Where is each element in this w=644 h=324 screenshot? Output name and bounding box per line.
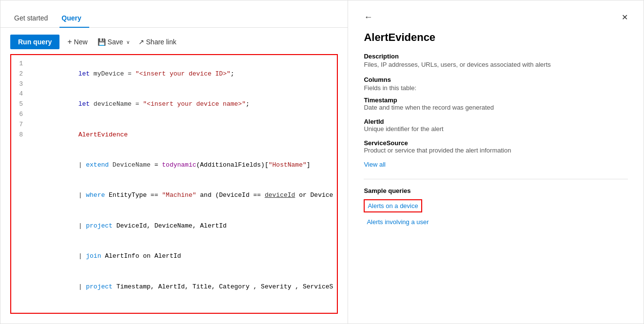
plus-icon: +: [67, 38, 72, 46]
sample-query-alerts-on-device[interactable]: Alerts on a device: [364, 199, 422, 212]
share-label: Share link: [146, 38, 176, 46]
view-all-link[interactable]: View all: [364, 161, 386, 168]
right-panel: ← ✕ AlertEvidence Description Files, IP …: [348, 0, 644, 324]
new-label: New: [74, 38, 88, 46]
column-timestamp-desc: Date and time when the record was genera…: [364, 104, 628, 111]
code-line-1: let myDevice = "<insert your device ID>"…: [33, 59, 333, 89]
column-servicesource-desc: Product or service that provided the ale…: [364, 147, 628, 154]
save-icon: 💾: [98, 38, 106, 46]
code-line-5: | where EntityType == "Machine" and (Dev…: [33, 181, 333, 211]
panel-title: AlertEvidence: [364, 31, 628, 44]
columns-label: Columns: [364, 76, 628, 83]
code-line-4: | extend DeviceName = todynamic(Addition…: [33, 150, 333, 180]
divider: [364, 179, 628, 179]
save-button[interactable]: 💾 Save: [96, 36, 125, 48]
panel-nav: ← ✕: [364, 12, 628, 22]
code-line-8: | project Timestamp, AlertId, Title, Cat…: [33, 272, 333, 302]
sample-queries-label: Sample queries: [364, 187, 628, 194]
column-timestamp-name: Timestamp: [364, 96, 628, 104]
tab-get-started[interactable]: Get started: [12, 10, 56, 28]
code-editor[interactable]: let myDevice = "<insert your device ID>"…: [29, 59, 337, 309]
column-servicesource-name: ServiceSource: [364, 139, 628, 147]
column-alertid-desc: Unique identifier for the alert: [364, 125, 628, 133]
column-alertid-name: AlertId: [364, 118, 628, 125]
new-button[interactable]: + New: [63, 36, 91, 48]
code-line-6: | project DeviceId, DeviceName, AlertId: [33, 211, 333, 241]
save-label: Save: [108, 38, 123, 46]
code-area[interactable]: 1 2 3 4 5 6 7 8 let myDevice = "<insert …: [10, 54, 338, 314]
share-link-button[interactable]: ↗ Share link: [135, 36, 180, 48]
share-icon: ↗: [138, 38, 144, 46]
save-dropdown-chevron[interactable]: ∨: [125, 38, 131, 47]
code-line-2: let deviceName = "<insert your device na…: [33, 89, 333, 119]
line-numbers: 1 2 3 4 5 6 7 8: [11, 59, 29, 309]
description-text: Files, IP addresses, URLs, users, or dev…: [364, 61, 628, 68]
close-button[interactable]: ✕: [622, 13, 628, 22]
column-servicesource: ServiceSource Product or service that pr…: [364, 139, 628, 154]
tab-query[interactable]: Query: [59, 10, 89, 28]
save-button-group: 💾 Save ∨: [96, 36, 131, 48]
column-alertid: AlertId Unique identifier for the alert: [364, 118, 628, 133]
run-query-button[interactable]: Run query: [10, 35, 59, 49]
left-panel: Get started Query Run query + New 💾 Save…: [0, 0, 348, 324]
back-button[interactable]: ←: [364, 12, 372, 22]
code-line-7: | join AlertInfo on AlertId: [33, 241, 333, 271]
code-content: 1 2 3 4 5 6 7 8 let myDevice = "<insert …: [11, 55, 337, 313]
columns-intro: Fields in this table:: [364, 84, 628, 92]
toolbar: Run query + New 💾 Save ∨ ↗ Share link: [0, 28, 348, 54]
sample-query-alerts-involving-user[interactable]: Alerts involving a user: [364, 216, 628, 228]
code-line-3: AlertEvidence: [33, 120, 333, 150]
tabs-row: Get started Query: [0, 10, 348, 28]
column-timestamp: Timestamp Date and time when the record …: [364, 96, 628, 111]
description-label: Description: [364, 53, 628, 60]
